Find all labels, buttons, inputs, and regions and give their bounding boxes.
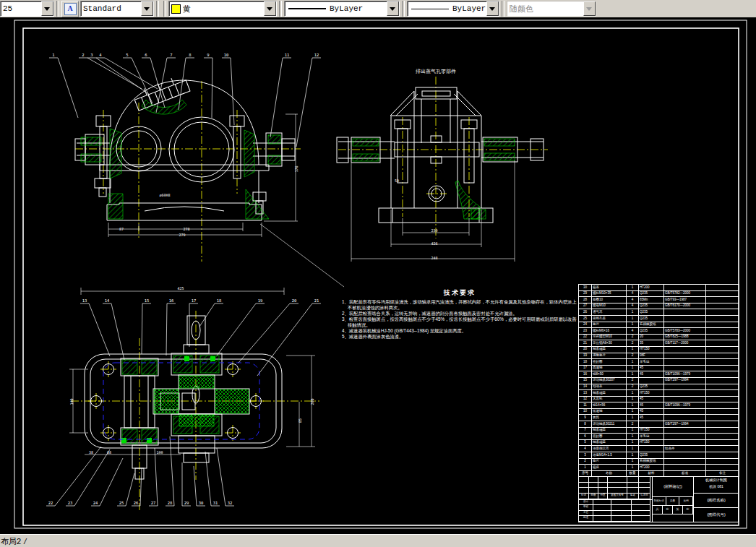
svg-text:260: 260	[310, 398, 314, 405]
svg-text:16: 16	[169, 298, 174, 303]
svg-text:25: 25	[119, 501, 124, 505]
svg-text:17: 17	[192, 298, 197, 303]
side-view-label: 排出蒸气孔零部件	[416, 69, 456, 74]
bom-header-cell: 备注	[706, 470, 739, 476]
sheet-label: 第	[673, 506, 683, 514]
svg-text:6: 6	[145, 53, 147, 57]
text-height-value: 25	[1, 4, 41, 13]
table-row: 15滚动轴承302072GB/T297—1994	[579, 377, 739, 384]
tech-requirement-item: 4、减速器装机械油HJ-50 (GB/T443--1984) 至规定油面高度。	[342, 328, 577, 334]
color-combo[interactable]: 黄	[168, 1, 277, 17]
sheet-label: 共	[653, 506, 663, 514]
lineweight-value: ByLayer	[330, 4, 387, 13]
svg-text:279: 279	[179, 233, 185, 237]
table-row: 1箱座1HT200	[579, 465, 739, 471]
organization-line: 机设 081	[694, 483, 739, 490]
table-row: 6密封圈1羊毛毡	[579, 434, 739, 440]
svg-text:2: 2	[82, 53, 84, 57]
text-style-combo[interactable]: Standard	[80, 1, 154, 17]
svg-text:426: 426	[431, 241, 437, 246]
lineweight-sample-icon	[288, 8, 326, 9]
title-block: 标记 处数 分区 更改文件号 签名 年月日 设计 审核 工艺 批准	[578, 477, 739, 522]
organization-line: 机械设计制图	[694, 477, 739, 483]
tech-requirements-title: 技术要求	[342, 288, 577, 298]
bom-header-cell: 标准	[664, 470, 706, 476]
toolbar-separator	[402, 1, 405, 17]
svg-text:5: 5	[126, 53, 128, 57]
text-style-button[interactable]	[61, 1, 79, 17]
lineweight-combo[interactable]: ByLayer	[284, 1, 400, 17]
chevron-down-icon	[583, 1, 596, 16]
svg-text:10: 10	[224, 53, 229, 57]
svg-text:32: 32	[228, 501, 233, 505]
bom-header-cell: 材料	[639, 470, 664, 476]
cad-application: 25 Standard 黄 ByLayer ByLayer	[0, 0, 756, 547]
chevron-down-icon[interactable]	[41, 1, 53, 16]
svg-text:85: 85	[298, 418, 302, 423]
linetype-combo[interactable]: ByLayer	[407, 1, 499, 17]
svg-text:21: 21	[314, 298, 319, 303]
drawing-canvas[interactable]: 排出蒸气孔零部件	[0, 17, 756, 534]
svg-text:9: 9	[207, 53, 209, 57]
table-row: 7轴承端盖1HT150	[579, 427, 739, 434]
svg-text:140: 140	[69, 398, 74, 405]
table-row: 18密封圈1羊毛毡	[579, 359, 739, 366]
tab-divider: /	[24, 537, 26, 546]
table-row: 17高速轴145	[579, 365, 739, 371]
sheet-label: 张	[663, 506, 673, 514]
svg-text:3: 3	[90, 53, 93, 57]
svg-text:31: 31	[213, 501, 218, 505]
linetype-sample-icon	[411, 9, 449, 9]
table-row: 23螺栓M6×164Q235GB/T5783—2000	[579, 328, 739, 335]
sheet-label: 张	[683, 506, 693, 514]
text-style-value: Standard	[81, 4, 141, 13]
table-row: 8滚动轴承302112GB/T297—1994	[579, 421, 739, 428]
table-row: 3油塞M14×1.51Q235	[579, 452, 739, 459]
revision-label: 签名	[627, 494, 639, 499]
table-row: 19调整垫片208F	[579, 353, 739, 359]
title-block-revision-grid: 标记 处数 分区 更改文件号 签名 年月日 设计 审核 工艺 批准	[579, 477, 653, 522]
parts-list-header: 序号 名称 数量 材料 标准 备注	[579, 470, 739, 476]
chevron-down-icon[interactable]	[141, 1, 153, 16]
table-row: 11键14×56145GB/T1096—1979	[579, 402, 739, 409]
svg-text:38: 38	[89, 450, 93, 455]
svg-text:ø60H8: ø60H8	[159, 193, 170, 197]
drawing-code-cell: (图样代号)	[694, 508, 739, 522]
chevron-down-icon[interactable]	[486, 1, 499, 16]
svg-text:11: 11	[285, 53, 290, 57]
svg-text:22: 22	[48, 501, 53, 505]
table-row: 29螺栓M10×354Q235GB/T5782—2000	[579, 290, 739, 297]
svg-text:28: 28	[168, 501, 173, 505]
svg-text:248: 248	[431, 256, 437, 260]
table-row: 26通气器1Q235	[579, 309, 739, 316]
styles-toolbar: 25 Standard 黄 ByLayer ByLayer	[0, 0, 756, 18]
svg-text:15: 15	[145, 298, 150, 303]
text-height-combo[interactable]: 25	[0, 1, 54, 17]
svg-text:14: 14	[105, 298, 110, 303]
title-block-middle: (材料标记) 阶段标记 质量 比例 共 张 第 张	[653, 477, 694, 522]
svg-text:27: 27	[151, 501, 156, 505]
table-row: 27螺母M104Q235GB/T6170—2000	[579, 303, 739, 309]
chevron-down-icon[interactable]	[387, 1, 399, 16]
svg-text:23: 23	[68, 501, 73, 505]
chevron-down-icon[interactable]	[264, 1, 276, 16]
color-value: 黄	[183, 4, 264, 14]
bom-and-titleblock: 30箱盖1HT20029螺栓M10×354Q235GB/T5782—200028…	[578, 284, 739, 522]
plotstyle-value: 随颜色	[507, 4, 583, 14]
svg-text:20: 20	[292, 298, 297, 303]
svg-text:13: 13	[82, 298, 87, 303]
svg-text:12: 12	[314, 53, 319, 57]
sign-label: 设计	[579, 500, 593, 506]
svg-text:4: 4	[99, 53, 102, 57]
table-row: 4油面指示器1组合件	[579, 446, 739, 452]
table-row: 9套筒145	[579, 415, 739, 421]
table-row: 22吊环螺钉M10220GB/T825—1988	[579, 334, 739, 340]
bom-header-cell: 序号	[579, 470, 592, 476]
svg-text:50: 50	[395, 178, 399, 183]
layout-tab[interactable]: 布局2	[1, 536, 21, 547]
bom-header-cell: 数量	[627, 470, 639, 476]
svg-text:87: 87	[119, 227, 124, 231]
svg-text:68: 68	[107, 450, 111, 455]
sign-label: 审核	[579, 505, 593, 511]
plotstyle-combo: 随颜色	[507, 1, 596, 17]
